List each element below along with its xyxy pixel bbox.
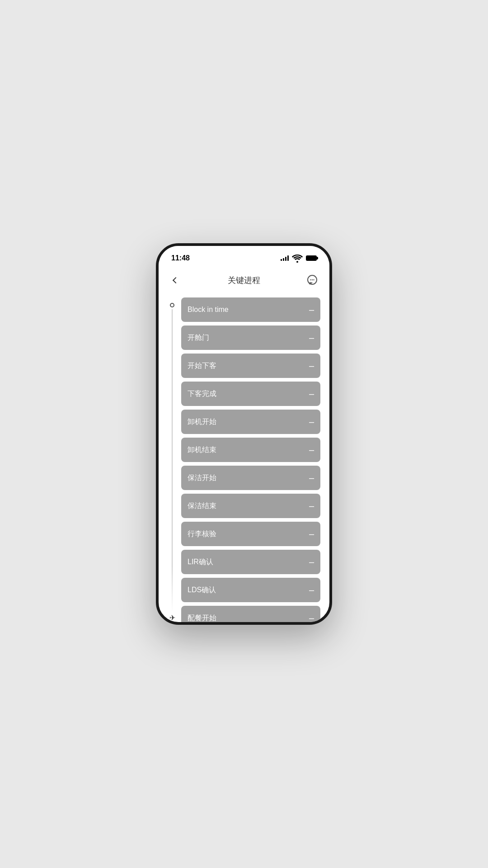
list-item[interactable]: 保洁开始 – — [181, 466, 320, 490]
back-button[interactable] — [168, 272, 184, 288]
status-bar: 11:48 — [159, 246, 329, 268]
svg-point-3 — [312, 279, 313, 280]
item-label: 卸机开始 — [188, 417, 216, 427]
timeline-dot — [170, 303, 174, 307]
item-value: – — [309, 585, 314, 594]
back-chevron-icon — [173, 277, 179, 283]
list-item[interactable]: Block in time – — [181, 297, 320, 322]
svg-point-2 — [310, 279, 311, 280]
list-item[interactable]: LDS确认 – — [181, 578, 320, 602]
item-label: Block in time — [188, 306, 229, 314]
item-value: – — [309, 333, 314, 342]
item-label: 下客完成 — [188, 389, 216, 399]
item-value: – — [309, 557, 314, 566]
svg-point-4 — [313, 279, 314, 280]
list-item[interactable]: 开始下客 – — [181, 354, 320, 378]
svg-point-0 — [296, 261, 298, 263]
chat-icon — [306, 274, 318, 286]
phone-frame: 11:48 关键进程 — [156, 243, 332, 625]
battery-icon — [306, 255, 317, 261]
item-label: LIR确认 — [188, 557, 213, 567]
status-icons — [281, 252, 317, 264]
list-item[interactable]: 开舱门 – — [181, 326, 320, 350]
item-label: 行李核验 — [188, 529, 216, 539]
chat-button[interactable] — [304, 272, 320, 288]
item-label: 保洁结束 — [188, 501, 216, 511]
item-label: 卸机结束 — [188, 445, 216, 455]
item-label: 保洁开始 — [188, 473, 216, 483]
item-label: 配餐开始 — [188, 613, 216, 623]
content-area: ✈ Block in time – 开舱门 – 开始下客 – 下客完成 – 卸机… — [159, 295, 329, 622]
plane-icon: ✈ — [169, 613, 175, 622]
item-value: – — [309, 305, 314, 314]
list-item[interactable]: 卸机结束 – — [181, 438, 320, 462]
timeline: ✈ — [168, 295, 177, 622]
header: 关键进程 — [159, 268, 329, 295]
list-item[interactable]: 卸机开始 – — [181, 410, 320, 434]
item-value: – — [309, 613, 314, 622]
progress-list: Block in time – 开舱门 – 开始下客 – 下客完成 – 卸机开始… — [181, 295, 320, 622]
item-value: – — [309, 445, 314, 454]
item-value: – — [309, 417, 314, 426]
list-item[interactable]: LIR确认 – — [181, 550, 320, 574]
list-item[interactable]: 行李核验 – — [181, 522, 320, 546]
item-label: LDS确认 — [188, 585, 216, 595]
item-label: 开始下客 — [188, 361, 216, 371]
item-label: 开舱门 — [188, 333, 209, 343]
item-value: – — [309, 389, 314, 398]
status-time: 11:48 — [171, 254, 190, 262]
list-item[interactable]: 配餐开始 – — [181, 606, 320, 622]
item-value: – — [309, 501, 314, 510]
page-title: 关键进程 — [228, 275, 260, 286]
wifi-icon — [291, 252, 303, 264]
item-value: – — [309, 473, 314, 482]
item-value: – — [309, 529, 314, 538]
item-value: – — [309, 361, 314, 370]
timeline-line — [172, 309, 173, 612]
signal-icon — [281, 255, 289, 261]
list-item[interactable]: 下客完成 – — [181, 382, 320, 406]
list-item[interactable]: 保洁结束 – — [181, 494, 320, 518]
